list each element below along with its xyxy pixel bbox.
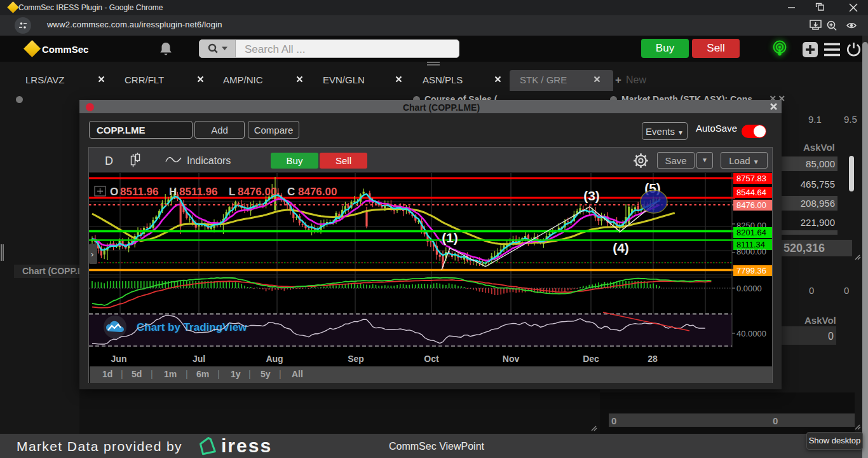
svg-text:Jun: Jun [111, 354, 127, 364]
svg-text:(4): (4) [613, 240, 629, 255]
svg-text:iress: iress [221, 436, 272, 456]
svg-text:(1): (1) [442, 230, 458, 245]
svg-text:Oct: Oct [424, 354, 439, 364]
svg-text:Aug: Aug [266, 354, 283, 364]
svg-text:Dec: Dec [583, 354, 599, 364]
svg-text:Jul: Jul [193, 354, 205, 364]
svg-text:C: C [287, 186, 295, 198]
svg-text:Sep: Sep [348, 354, 364, 364]
svg-text:28: 28 [648, 354, 658, 364]
svg-text:O: O [110, 186, 118, 198]
svg-text:(3): (3) [583, 188, 600, 203]
svg-text:Nov: Nov [503, 354, 520, 364]
svg-text:8511.96: 8511.96 [179, 186, 218, 198]
svg-text:8476.00: 8476.00 [238, 186, 276, 198]
svg-text:8476.00: 8476.00 [298, 186, 337, 198]
svg-text:8511.96: 8511.96 [120, 186, 159, 198]
svg-text:H: H [169, 186, 177, 198]
svg-text:L: L [229, 186, 235, 198]
svg-text:›: › [91, 249, 93, 259]
